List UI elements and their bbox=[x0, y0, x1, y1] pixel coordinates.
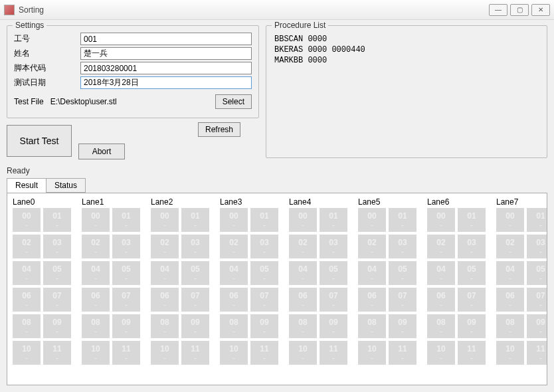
lane-6: Lane600-01-02-03-04-05-06-07-08-09-10-11… bbox=[427, 197, 486, 365]
lane-cell: 07- bbox=[181, 288, 209, 312]
lane-3: Lane300-01-02-03-04-05-06-07-08-09-10-11… bbox=[220, 197, 278, 365]
lane-cell: 10- bbox=[427, 341, 455, 365]
lane-cell: 03- bbox=[112, 235, 140, 258]
worker-id-label: 工号 bbox=[14, 33, 80, 45]
lane-cell: 03- bbox=[250, 235, 278, 258]
lane-cell: 10- bbox=[220, 341, 248, 365]
lane-cell: 05- bbox=[181, 261, 209, 285]
lane-cell: 02- bbox=[427, 235, 455, 258]
lane-cell: 07- bbox=[320, 288, 347, 312]
lane-cell: 05- bbox=[320, 261, 347, 285]
lane-cell: 00- bbox=[496, 208, 524, 232]
lane-cell: 08- bbox=[289, 314, 317, 338]
lane-cell: 05- bbox=[527, 261, 547, 285]
lane-cell: 10- bbox=[13, 341, 41, 365]
lane-grid: 00-01-02-03-04-05-06-07-08-09-10-11- bbox=[151, 208, 209, 365]
lane-grid: 00-01-02-03-04-05-06-07-08-09-10-11- bbox=[427, 208, 486, 365]
lane-cell: 04- bbox=[358, 261, 386, 285]
script-code-input[interactable] bbox=[80, 62, 252, 74]
lane-5: Lane500-01-02-03-04-05-06-07-08-09-10-11… bbox=[358, 197, 416, 365]
lane-2: Lane200-01-02-03-04-05-06-07-08-09-10-11… bbox=[151, 197, 209, 365]
lane-header: Lane6 bbox=[427, 197, 486, 207]
select-button[interactable]: Select bbox=[215, 94, 252, 109]
lane-grid: 00-01-02-03-04-05-06-07-08-09-10-11- bbox=[82, 208, 140, 365]
lane-grid: 00-01-02-03-04-05-06-07-08-09-10-11- bbox=[289, 208, 347, 365]
start-test-button[interactable]: Start Test bbox=[7, 125, 72, 157]
lane-cell: 00- bbox=[82, 208, 110, 232]
lane-cell: 07- bbox=[112, 288, 140, 312]
lane-cell: 09- bbox=[527, 314, 547, 338]
lane-cell: 10- bbox=[358, 341, 386, 365]
lane-cell: 00- bbox=[220, 208, 248, 232]
lane-cell: 03- bbox=[320, 235, 347, 258]
lane-cell: 08- bbox=[358, 314, 386, 338]
lane-cell: 06- bbox=[220, 288, 248, 312]
settings-group: Settings 工号 姓名 脚本代码 测试日期 2018年3月28日 bbox=[7, 25, 259, 118]
tab-strip: Result Status bbox=[7, 178, 547, 193]
name-input[interactable] bbox=[80, 47, 252, 60]
name-label: 姓名 bbox=[14, 48, 80, 59]
lane-cell: 11- bbox=[527, 341, 547, 365]
lane-cell: 06- bbox=[289, 288, 317, 312]
procedure-group: Procedure List BBSCAN 0000 BKERAS 0000 0… bbox=[266, 25, 547, 158]
worker-id-input[interactable] bbox=[80, 33, 252, 45]
lane-cell: 03- bbox=[389, 235, 416, 258]
lane-cell: 04- bbox=[13, 261, 41, 285]
lane-cell: 01- bbox=[527, 208, 547, 232]
lane-cell: 06- bbox=[151, 288, 179, 312]
procedure-list: BBSCAN 0000 BKERAS 0000 0000440 MARKBB 0… bbox=[273, 33, 540, 67]
lane-cell: 11- bbox=[181, 341, 209, 365]
settings-legend: Settings bbox=[13, 21, 46, 30]
lane-cell: 03- bbox=[43, 235, 71, 258]
close-button[interactable]: ✕ bbox=[531, 4, 550, 16]
lane-cell: 00- bbox=[13, 208, 41, 232]
lane-cell: 02- bbox=[13, 235, 41, 258]
lane-cell: 00- bbox=[358, 208, 386, 232]
lane-cell: 00- bbox=[289, 208, 317, 232]
lane-cell: 09- bbox=[458, 314, 486, 338]
maximize-button[interactable]: ▢ bbox=[510, 4, 529, 16]
refresh-button[interactable]: Refresh bbox=[198, 122, 240, 137]
lane-cell: 06- bbox=[82, 288, 110, 312]
lane-cell: 01- bbox=[43, 208, 71, 232]
lane-cell: 02- bbox=[496, 235, 524, 258]
lane-cell: 01- bbox=[458, 208, 486, 232]
lane-cell: 05- bbox=[43, 261, 71, 285]
abort-button[interactable]: Abort bbox=[78, 144, 125, 159]
lane-cell: 10- bbox=[289, 341, 317, 365]
lane-cell: 03- bbox=[181, 235, 209, 258]
test-date-picker[interactable]: 2018年3月28日 bbox=[80, 76, 252, 89]
lane-cell: 08- bbox=[496, 314, 524, 338]
title-bar: Sorting — ▢ ✕ bbox=[0, 0, 554, 20]
tab-status[interactable]: Status bbox=[46, 178, 86, 193]
lane-cell: 06- bbox=[13, 288, 41, 312]
lane-cell: 05- bbox=[250, 261, 278, 285]
procedure-legend: Procedure List bbox=[272, 21, 328, 30]
tab-result[interactable]: Result bbox=[7, 178, 46, 193]
lane-cell: 11- bbox=[389, 341, 416, 365]
lane-header: Lane0 bbox=[13, 197, 71, 207]
lane-cell: 02- bbox=[289, 235, 317, 258]
lane-cell: 08- bbox=[220, 314, 248, 338]
lane-cell: 10- bbox=[496, 341, 524, 365]
minimize-button[interactable]: — bbox=[489, 4, 508, 16]
lane-cell: 07- bbox=[389, 288, 416, 312]
lane-cell: 08- bbox=[82, 314, 110, 338]
lane-cell: 09- bbox=[320, 314, 347, 338]
test-date-value: 2018年3月28日 bbox=[84, 77, 139, 88]
lane-cell: 05- bbox=[112, 261, 140, 285]
app-icon bbox=[4, 5, 15, 15]
lane-cell: 04- bbox=[289, 261, 317, 285]
lane-cell: 05- bbox=[389, 261, 416, 285]
lane-cell: 11- bbox=[250, 341, 278, 365]
lane-cell: 09- bbox=[43, 314, 71, 338]
lane-grid: 00-01-02-03-04-05-06-07-08-09-10-11- bbox=[13, 208, 71, 365]
lane-grid: 00-01-02-03-04-05-06-07-08-09-10-11- bbox=[220, 208, 278, 365]
lane-cell: 04- bbox=[82, 261, 110, 285]
lane-grid: 00-01-02-03-04-05-06-07-08-09-10-11- bbox=[358, 208, 416, 365]
lane-cell: 01- bbox=[250, 208, 278, 232]
result-panel: Lane000-01-02-03-04-05-06-07-08-09-10-11… bbox=[7, 193, 547, 385]
lane-header: Lane4 bbox=[289, 197, 347, 207]
lane-cell: 06- bbox=[496, 288, 524, 312]
settings-col: Settings 工号 姓名 脚本代码 测试日期 2018年3月28日 bbox=[7, 25, 259, 159]
